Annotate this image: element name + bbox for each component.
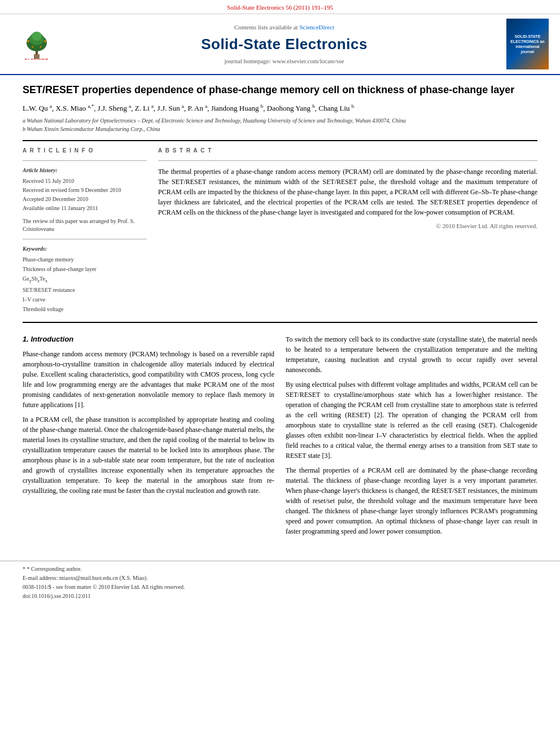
cover-text: SOLID-STATE ELECTRONICS an international… [509, 34, 546, 54]
info-abstract-row: A R T I C L E I N F O Article history: R… [23, 147, 537, 314]
intro-para-1: Phase-change random access memory (PCRAM… [23, 349, 274, 410]
journal-citation: Solid-State Electronics 56 (2011) 191–19… [0, 0, 560, 14]
corresponding-label: * Corresponding author. [27, 566, 82, 572]
sciencedirect-anchor[interactable]: ScienceDirect [299, 24, 334, 30]
article-info-col: A R T I C L E I N F O Article history: R… [23, 147, 147, 314]
history-label: Article history: [23, 167, 147, 174]
author-sheng: J.J. Sheng a [98, 104, 132, 112]
article-info-header: A R T I C L E I N F O [23, 147, 147, 155]
section-title-text: Introduction [30, 335, 73, 343]
email-label: E-mail address: [23, 575, 58, 581]
affiliation-a: a Wuhan National Laboratory for Optoelec… [23, 116, 537, 125]
cover-box: SOLID-STATE ELECTRONICS an international… [506, 19, 549, 69]
keywords-label: Keywords: [23, 245, 147, 253]
intro-section-title: 1. Introduction [23, 334, 274, 344]
abstract-divider [158, 160, 537, 161]
abstract-col: A B S T R A C T The thermal properties o… [158, 147, 537, 314]
keyword-1: Phase-change memory [23, 255, 147, 264]
svg-point-4 [32, 32, 42, 41]
footer: * * Corresponding author. E-mail address… [0, 561, 560, 604]
body-right-col: To switch the memory cell back to its co… [286, 334, 537, 541]
body-left-col: 1. Introduction Phase-change random acce… [23, 334, 274, 541]
author-huang: Jiandong Huang b [211, 104, 264, 112]
affiliations: a Wuhan National Laboratory for Optoelec… [23, 116, 537, 133]
author-liu: Chang Liu b [318, 104, 354, 112]
email-line: E-mail address: miaoxs@mail.hust.edu.cn … [23, 574, 537, 583]
star-symbol: * [23, 566, 27, 572]
svg-text:ELSEVIER: ELSEVIER [25, 58, 49, 60]
corresponding-author-note: * * Corresponding author. [23, 565, 537, 574]
svg-point-7 [32, 46, 34, 47]
authors-line: L.W. Qu a, X.S. Miao a,*, J.J. Sheng a, … [23, 103, 537, 114]
body-two-col: 1. Introduction Phase-change random acce… [23, 334, 537, 541]
journal-homepage: journal homepage: www.elsevier.com/locat… [68, 57, 501, 65]
svg-point-5 [27, 40, 29, 42]
keyword-5: I–V curve [23, 295, 147, 304]
journal-cover: SOLID-STATE ELECTRONICS an international… [506, 19, 549, 69]
received-date: Received 15 July 2010 [23, 177, 147, 186]
revised-date: Received in revised form 9 December 2010 [23, 186, 147, 195]
intro-para-2: In a PCRAM cell, the phase transition is… [23, 414, 274, 496]
sciencedirect-prefix: Contents lists available at [234, 24, 299, 30]
journal-title: Solid-State Electronics [68, 34, 501, 54]
intro-para-3: To switch the memory cell back to its co… [286, 334, 537, 375]
body-section: 1. Introduction Phase-change random acce… [23, 334, 537, 541]
author-an: P. An a [187, 104, 207, 112]
author-li: Z. Li a [135, 104, 154, 112]
author-qu: L.W. Qu a [23, 104, 52, 112]
author-yang: Daohong Yang b [267, 104, 315, 112]
journal-center: Contents lists available at ScienceDirec… [68, 23, 501, 65]
svg-point-6 [44, 40, 46, 42]
peer-review-note: The review of this paper was arranged by… [23, 217, 147, 233]
keyword-6: Threshold voltage [23, 304, 147, 314]
section-number: 1. [23, 335, 29, 343]
divider-top [23, 140, 537, 141]
sciencedirect-link: Contents lists available at ScienceDirec… [68, 23, 501, 32]
accepted-date: Accepted 20 December 2010 [23, 195, 147, 204]
abstract-text: The thermal properties of a phase-change… [158, 167, 537, 217]
keyword-2: Thickness of phase-change layer [23, 264, 147, 274]
article-title: SET/RESET properties dependence of phase… [23, 84, 537, 97]
author-sun: J.J. Sun a [158, 104, 184, 112]
author-miao: X.S. Miao a,* [55, 104, 94, 112]
intro-para-5: The thermal properties of a PCRAM cell a… [286, 465, 537, 536]
divider-bottom [23, 322, 537, 323]
svg-point-8 [40, 46, 42, 47]
intro-para-4: By using electrical pulses with differen… [286, 379, 537, 461]
citation-text: Solid-State Electronics 56 (2011) 191–19… [227, 4, 333, 11]
available-date: Available online 11 January 2011 [23, 204, 147, 213]
info-divider [23, 160, 147, 161]
keyword-4: SET/RESET resistance [23, 285, 147, 295]
email-value: miaoxs@mail.hust.edu.cn (X.S. Miao). [59, 575, 148, 581]
keyword-3: GeySbzTex [23, 274, 147, 285]
doi-line: doi:10.1016/j.sse.2010.12.011 [23, 592, 537, 601]
article-content: SET/RESET properties dependence of phase… [0, 75, 560, 552]
elsevier-logo: ELSEVIER [11, 29, 62, 60]
affiliation-b: b Wuhan Xinxin Semiconductor Manufacturi… [23, 125, 537, 133]
copyright-line: © 2010 Elsevier Ltd. All rights reserved… [158, 222, 537, 230]
abstract-header: A B S T R A C T [158, 147, 537, 155]
homepage-text: journal homepage: www.elsevier.com/locat… [225, 58, 344, 64]
journal-header: ELSEVIER Contents lists available at Sci… [0, 14, 560, 75]
elsevier-tree-icon: ELSEVIER [17, 29, 56, 60]
keywords-divider [23, 239, 147, 239]
issn-line: 0038-1101/$ - see front matter © 2010 El… [23, 583, 537, 592]
